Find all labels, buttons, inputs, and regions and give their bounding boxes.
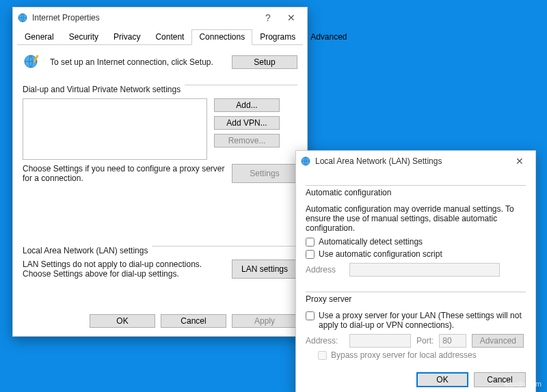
group-lan-label: Local Area Network (LAN) settings bbox=[23, 246, 152, 255]
bypass-local-input[interactable] bbox=[318, 351, 327, 360]
use-proxy-checkbox[interactable]: Use a proxy server for your LAN (These s… bbox=[306, 311, 526, 330]
group-autoconfig-label: Automatic configuration bbox=[306, 188, 395, 197]
group-proxy-label: Proxy server bbox=[306, 294, 356, 304]
group-dialup-label: Dial-up and Virtual Private Network sett… bbox=[23, 85, 185, 94]
titlebar[interactable]: Local Area Network (LAN) Settings ✕ bbox=[296, 151, 535, 171]
tab-content[interactable]: Content bbox=[148, 29, 191, 45]
tab-strip: General Security Privacy Content Connect… bbox=[13, 28, 307, 45]
close-button[interactable]: ✕ bbox=[508, 154, 531, 169]
lan-description: LAN Settings do not apply to dial-up con… bbox=[23, 260, 225, 279]
auto-detect-checkbox[interactable]: Automatically detect settings bbox=[306, 237, 526, 247]
add-button[interactable]: Add... bbox=[214, 98, 280, 112]
cancel-button[interactable]: Cancel bbox=[161, 314, 226, 328]
proxy-port-input[interactable] bbox=[439, 334, 466, 348]
proxy-address-label: Address: bbox=[306, 336, 344, 346]
tab-general[interactable]: General bbox=[17, 29, 62, 45]
autoconfig-address-label: Address bbox=[306, 265, 344, 275]
remove-button[interactable]: Remove... bbox=[214, 134, 280, 148]
auto-detect-input[interactable] bbox=[306, 238, 315, 247]
tab-advanced[interactable]: Advanced bbox=[303, 29, 354, 45]
add-vpn-button[interactable]: Add VPN... bbox=[214, 116, 280, 130]
titlebar[interactable]: Internet Properties ? ✕ bbox=[13, 8, 307, 28]
autoconfig-address-input[interactable] bbox=[349, 263, 500, 277]
connections-listbox[interactable] bbox=[23, 98, 207, 160]
setup-description: To set up an Internet connection, click … bbox=[50, 57, 225, 67]
apply-button[interactable]: Apply bbox=[232, 314, 297, 328]
autoconfig-description: Automatic configuration may override man… bbox=[306, 204, 526, 233]
lan-settings-dialog: Local Area Network (LAN) Settings ✕ Auto… bbox=[295, 150, 536, 392]
lan-settings-button[interactable]: LAN settings bbox=[232, 260, 297, 279]
globe-wand-icon bbox=[23, 52, 43, 72]
connection-settings-button[interactable]: Settings bbox=[232, 164, 297, 183]
setup-button[interactable]: Setup bbox=[232, 55, 297, 69]
tab-privacy[interactable]: Privacy bbox=[106, 29, 148, 45]
auto-script-input[interactable] bbox=[306, 250, 315, 259]
ok-button[interactable]: OK bbox=[416, 372, 468, 387]
use-proxy-input[interactable] bbox=[306, 311, 315, 320]
close-button[interactable]: ✕ bbox=[280, 10, 303, 25]
tab-body: To set up an Internet connection, click … bbox=[13, 45, 307, 287]
internet-options-icon bbox=[17, 12, 28, 23]
bypass-local-label: Bypass proxy server for local addresses bbox=[331, 350, 477, 360]
tab-security[interactable]: Security bbox=[62, 29, 106, 45]
auto-script-checkbox[interactable]: Use automatic configuration script bbox=[306, 249, 526, 259]
dialog-footer: OK Cancel Apply bbox=[13, 307, 307, 336]
tab-programs[interactable]: Programs bbox=[252, 29, 303, 45]
proxy-port-label: Port: bbox=[416, 336, 433, 346]
proxy-address-input[interactable] bbox=[349, 334, 411, 348]
internet-options-icon bbox=[300, 156, 311, 167]
dialog-footer: OK Cancel bbox=[296, 365, 535, 392]
bypass-local-checkbox[interactable]: Bypass proxy server for local addresses bbox=[318, 350, 526, 360]
auto-script-label: Use automatic configuration script bbox=[319, 249, 442, 259]
auto-detect-label: Automatically detect settings bbox=[319, 237, 423, 247]
choose-settings-text: Choose Settings if you need to configure… bbox=[23, 164, 225, 183]
dialog-title: Internet Properties bbox=[32, 13, 256, 23]
internet-properties-dialog: Internet Properties ? ✕ General Security… bbox=[12, 7, 308, 337]
help-button[interactable]: ? bbox=[256, 10, 280, 25]
watermark: wsxdn.com bbox=[504, 380, 542, 388]
ok-button[interactable]: OK bbox=[90, 314, 155, 328]
tab-connections[interactable]: Connections bbox=[191, 29, 252, 45]
use-proxy-label: Use a proxy server for your LAN (These s… bbox=[319, 311, 526, 330]
dialog-title: Local Area Network (LAN) Settings bbox=[315, 156, 508, 166]
proxy-advanced-button[interactable]: Advanced bbox=[472, 334, 524, 348]
